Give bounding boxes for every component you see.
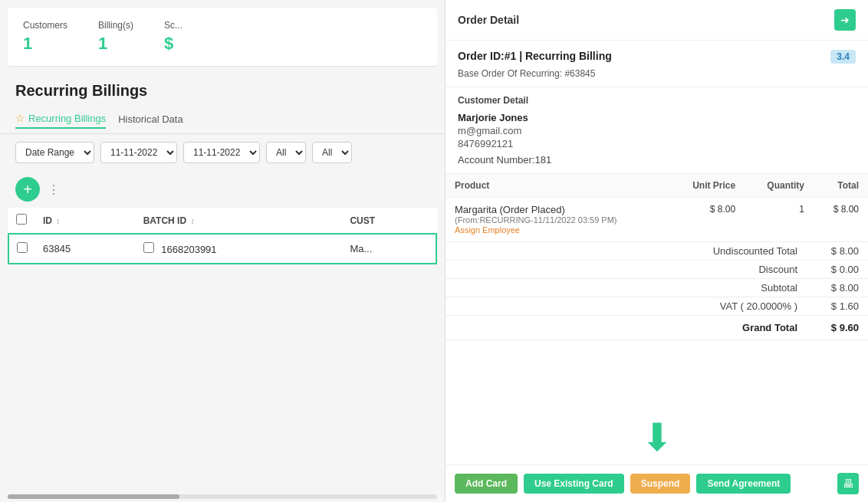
customer-detail-section: Customer Detail Marjorie Jones m@gmail.c… <box>446 87 868 173</box>
customer-email: m@gmail.com <box>458 125 856 136</box>
arrow-container: ⬇ <box>446 403 868 464</box>
tab-recurring-billings[interactable]: ☆ Recurring Billings <box>15 109 106 129</box>
billings-value: 1 <box>98 34 133 54</box>
add-button[interactable]: + <box>15 177 40 202</box>
star-icon: ☆ <box>15 112 25 124</box>
vat-row: VAT ( 20.0000% ) $ 1.60 <box>446 297 868 316</box>
table-toolbar: + ⋮ <box>8 171 437 208</box>
batch-sort-icon: ↕ <box>190 217 194 225</box>
use-existing-card-button[interactable]: Use Existing Card <box>524 474 624 494</box>
total-cell: $ 8.00 <box>814 198 868 242</box>
grand-total-value: $ 9.60 <box>813 322 859 333</box>
grand-total-label: Grand Total <box>455 322 813 333</box>
more-options-icon[interactable]: ⋮ <box>48 182 60 197</box>
scheduled-label: Sc... <box>164 20 182 31</box>
date-from-select[interactable]: 11-11-2022 <box>100 142 177 163</box>
tabs-row: ☆ Recurring Billings Historical Data <box>0 104 445 134</box>
customer-name: Marjorie Jones <box>458 112 856 123</box>
scroll-thumb <box>8 494 179 499</box>
undiscounted-value: $ 8.00 <box>813 245 859 257</box>
table-row[interactable]: 63845 1668203991 Ma... <box>8 234 436 264</box>
assign-employee-link[interactable]: Assign Employee <box>455 225 520 235</box>
unit-price-cell: $ 8.00 <box>669 198 745 242</box>
billings-stat: Billing(s) 1 <box>98 20 133 54</box>
left-panel: Customers 1 Billing(s) 1 Sc... $ Recurri… <box>0 0 445 502</box>
account-number-label: Account Number: <box>458 154 534 166</box>
discount-row: Discount $ 0.00 <box>446 261 868 279</box>
tab-historical-data-label: Historical Data <box>118 113 183 125</box>
customer-phone: 8476992121 <box>458 138 856 149</box>
billings-table: ID ↕ BATCH ID ↕ CUST 63845 1668203991 Ma… <box>8 208 437 264</box>
product-row: Margarita (Order Placed) (From:RECURRING… <box>446 198 868 242</box>
col-batch-id: BATCH ID ↕ <box>136 208 343 234</box>
col-id: ID ↕ <box>35 208 136 234</box>
date-to-select[interactable]: 11-11-2022 <box>183 142 260 163</box>
billings-label: Billing(s) <box>98 20 133 31</box>
col-total: Total <box>814 174 868 198</box>
filter1-select[interactable]: All <box>266 142 306 163</box>
subtotal-row: Subtotal $ 8.00 <box>446 279 868 297</box>
undiscounted-label: Undiscounted Total <box>455 245 813 257</box>
stats-row: Customers 1 Billing(s) 1 Sc... $ <box>8 8 437 67</box>
action-buttons: Add Card Use Existing Card Suspend Send … <box>455 474 791 494</box>
base-order-text: Base Order Of Recurring: #63845 <box>446 67 868 87</box>
scrollbar[interactable] <box>0 488 445 502</box>
tab-recurring-billings-label: Recurring Billings <box>28 113 106 124</box>
scroll-track <box>8 494 437 499</box>
account-number-value: 181 <box>534 154 551 166</box>
customers-value: 1 <box>23 34 67 54</box>
order-id-row: Order ID:#1 | Recurring Billing 3.4 <box>446 41 868 67</box>
suspend-button[interactable]: Suspend <box>630 474 691 494</box>
product-table: Product Unit Price Quantity Total Margar… <box>446 174 868 242</box>
select-all-checkbox[interactable] <box>16 214 27 225</box>
customer-detail-label: Customer Detail <box>458 95 856 106</box>
order-detail-title: Order Detail <box>458 14 519 26</box>
col-unit-price: Unit Price <box>669 174 745 198</box>
row-batch-id: 1668203991 <box>161 244 216 255</box>
bottom-actions: Add Card Use Existing Card Suspend Send … <box>446 464 868 502</box>
row-customer: Ma... <box>342 234 436 264</box>
discount-label: Discount <box>455 264 813 275</box>
right-panel: Order Detail ➜ Order ID:#1 | Recurring B… <box>445 0 868 502</box>
print-icon[interactable]: 🖶 <box>837 473 859 494</box>
date-range-select[interactable]: Date Range <box>15 142 94 163</box>
order-id-text: Order ID:#1 | Recurring Billing <box>458 50 612 62</box>
row-checkbox[interactable] <box>17 242 28 253</box>
filters-row: Date Range 11-11-2022 11-11-2022 All All <box>0 134 445 171</box>
version-badge: 3.4 <box>830 50 856 64</box>
col-product: Product <box>446 174 669 198</box>
scheduled-stat: Sc... $ <box>164 20 182 54</box>
customers-stat: Customers 1 <box>23 20 67 54</box>
quantity-cell: 1 <box>745 198 814 242</box>
vat-value: $ 1.60 <box>813 300 859 312</box>
customers-label: Customers <box>23 20 67 31</box>
navigate-icon[interactable]: ➜ <box>834 9 856 31</box>
col-quantity: Quantity <box>745 174 814 198</box>
order-detail-header: Order Detail ➜ <box>446 0 868 41</box>
account-number: Account Number:181 <box>458 154 856 166</box>
subtotal-label: Subtotal <box>455 282 813 294</box>
section-title: Recurring Billings <box>0 74 445 104</box>
col-customer: CUST <box>342 208 436 234</box>
product-name-cell: Margarita (Order Placed) (From:RECURRING… <box>446 198 669 242</box>
product-name: Margarita (Order Placed) <box>455 204 659 215</box>
id-sort-icon: ↕ <box>56 217 60 225</box>
subtotal-value: $ 8.00 <box>813 282 859 294</box>
product-from: (From:RECURRING-11/11/2022 03:59 PM) <box>455 215 659 225</box>
grand-total-row: Grand Total $ 9.60 <box>446 316 868 340</box>
undiscounted-total-row: Undiscounted Total $ 8.00 <box>446 242 868 261</box>
table-area: + ⋮ ID ↕ BATCH ID ↕ CUST 63845 1668203 <box>0 171 445 488</box>
add-card-button[interactable]: Add Card <box>455 474 518 494</box>
row-id: 63845 <box>35 234 136 264</box>
product-table-section: Product Unit Price Quantity Total Margar… <box>446 173 868 403</box>
batch-checkbox[interactable] <box>143 242 154 253</box>
vat-label: VAT ( 20.0000% ) <box>455 300 813 312</box>
send-agreement-button[interactable]: Send Agreement <box>696 474 791 494</box>
down-arrow-icon: ⬇ <box>641 418 673 457</box>
filter2-select[interactable]: All <box>312 142 352 163</box>
tab-historical-data[interactable]: Historical Data <box>118 110 183 128</box>
scheduled-value: $ <box>164 34 182 54</box>
discount-value: $ 0.00 <box>813 264 859 275</box>
